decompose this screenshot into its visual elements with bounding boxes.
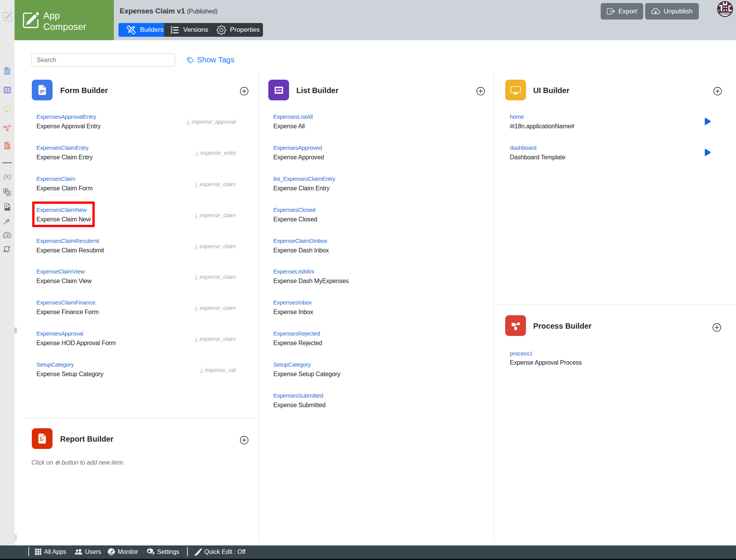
svg-text:admin: admin [720, 11, 730, 15]
svg-text:3: 3 [171, 31, 172, 34]
